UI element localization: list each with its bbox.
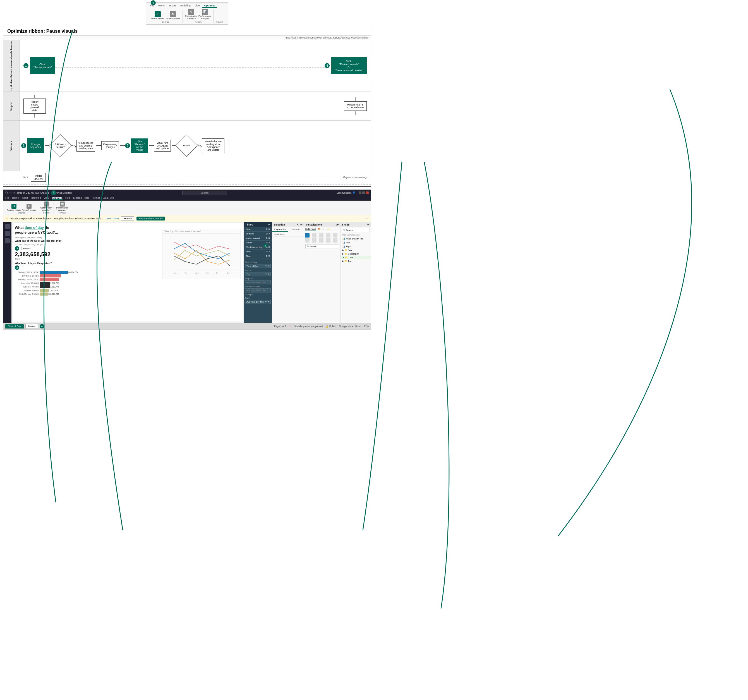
- pbi-menu-home[interactable]: Home: [12, 196, 19, 200]
- line-chart-area: What day of the week was the taxi trip?: [163, 229, 240, 279]
- ribbon-tab-view[interactable]: View: [193, 4, 202, 8]
- change-any-visual-box: Change:Any visual: [27, 138, 44, 153]
- data-view-icon[interactable]: [5, 231, 10, 236]
- page-tab-time-of-day[interactable]: Time of Day: [5, 324, 24, 329]
- filter-item-4[interactable]: Trends⚙ ✕: [244, 240, 272, 245]
- pbi-perf-analyzer-button[interactable]: 📊 Performanceanalyzer: [56, 201, 68, 212]
- optimization-presets-button[interactable]: ⚙ Optimizationpresets ▾: [185, 9, 197, 20]
- ribbon-tab-insert[interactable]: Insert: [168, 4, 178, 8]
- layer-order-tab[interactable]: Layer order: [272, 227, 288, 232]
- pbi-menu-file[interactable]: File: [5, 196, 9, 200]
- pbi-opt-presets-button[interactable]: ⚙ Optimizationpresets ▾: [41, 201, 52, 212]
- close-button[interactable]: [366, 192, 369, 194]
- canvas-refresh-button[interactable]: Refresh: [21, 247, 33, 250]
- pbi-menu-external[interactable]: External Tools: [73, 196, 89, 200]
- refresh-visuals-label: Visual updates: [166, 18, 180, 20]
- pbi-search-box[interactable]: Search: [182, 191, 227, 195]
- field-date[interactable]: ▶ 📁 Date: [341, 248, 371, 252]
- pbi-menu-data[interactable]: Data / Drill: [102, 196, 114, 200]
- ribbon-tab-modeling[interactable]: Modeling: [178, 4, 192, 8]
- filter-item-2[interactable]: Text box⚙ ✕: [244, 232, 272, 236]
- field-avg-fare[interactable]: 📊 Avg Fare per Trip: [341, 237, 371, 240]
- performance-analyzer-label: Performanceanalyzer: [198, 15, 211, 20]
- viz-icon-bar[interactable]: [305, 233, 310, 237]
- fields-expand-icon[interactable]: ≫: [367, 223, 369, 226]
- field-trips[interactable]: 📊 Trips: [341, 245, 371, 248]
- viz-icon-gauge[interactable]: [326, 238, 330, 242]
- notification-text: Visuals are paused. Some edits won't be …: [10, 217, 103, 220]
- viz-icon-scatter[interactable]: [326, 233, 330, 237]
- ribbon-group-queries: ⏸ Pause visuals ↻ Visual updates Queries: [149, 11, 183, 23]
- pause-visuals-button[interactable]: ⏸ Pause visuals: [151, 11, 164, 20]
- filter-expand-icon[interactable]: ≫: [268, 223, 270, 226]
- pbi-review-label: Review: [59, 212, 66, 214]
- refresh-button[interactable]: Refresh: [121, 216, 134, 221]
- viz-icon-table[interactable]: [305, 238, 310, 242]
- notification-icon: ⚠: [6, 217, 8, 220]
- pbi-menu-insert[interactable]: Insert: [22, 196, 28, 200]
- review-group-label: Review: [216, 21, 223, 23]
- viz-icon-matrix[interactable]: [312, 238, 316, 242]
- pbi-paused-visuals-button[interactable]: ⏸ Paused visuals: [7, 204, 21, 211]
- report-paused-box: Reportenterspausedstate: [23, 99, 46, 114]
- selection-tabs: Layer order Tab order: [272, 227, 304, 232]
- ribbon-group-report: ⚙ Optimizationpresets ▾ 📊 Performanceana…: [183, 9, 214, 23]
- zoom-level: 72%: [364, 325, 369, 328]
- report-row-label: Report: [3, 92, 20, 120]
- svg-text:Tue: Tue: [184, 272, 187, 274]
- viz-icon-kpi[interactable]: [333, 238, 338, 242]
- data-tab[interactable]: ≡: [322, 228, 325, 231]
- tab-order-tab[interactable]: Tab order: [288, 227, 304, 232]
- page-tab-matrix[interactable]: Matrix: [26, 324, 38, 329]
- pbi-menu-view[interactable]: View: [44, 196, 49, 200]
- build-visual-tab[interactable]: Build visual: [306, 228, 316, 231]
- canvas-step3-badge: 3: [15, 246, 19, 251]
- done-diamond: Done?: [177, 136, 196, 155]
- field-time[interactable]: ▼ 📁 Time: [341, 256, 371, 259]
- filter-item-6[interactable]: Slicer⚙ ✕: [244, 250, 272, 254]
- report-normal-box: Report returnsto normal state: [344, 101, 367, 111]
- learn-more-link[interactable]: Learn more: [106, 217, 119, 220]
- report-view-icon[interactable]: [5, 224, 10, 229]
- ribbon-tab-home[interactable]: Home: [157, 4, 167, 8]
- status-bar: Page 1 of 2 ⏸ Visuals queries are paused…: [274, 325, 369, 328]
- step2-badge: 2: [21, 143, 26, 148]
- viz-icon-card[interactable]: [319, 238, 324, 242]
- field-fare[interactable]: 📊 Fare: [341, 240, 371, 245]
- pbi-menu-optimize[interactable]: Optimize: [52, 196, 62, 200]
- pbi-menu-modeling[interactable]: Modeling: [31, 196, 41, 200]
- filter-item-7[interactable]: Slicer⚙ ✕: [244, 254, 272, 259]
- ribbon-tab-optimize[interactable]: Optimize: [202, 4, 217, 8]
- viz-icon-area[interactable]: [319, 233, 324, 237]
- filter-item-3[interactable]: Multi-row card⚙ ✕: [244, 236, 272, 240]
- viz-icon-line[interactable]: [312, 233, 316, 237]
- repeat-text: Repeat as necessary: [343, 176, 367, 179]
- add-page-button[interactable]: +: [40, 324, 44, 329]
- format-tab[interactable]: 🎨: [317, 228, 321, 231]
- fields-search[interactable]: 🔍 Search: [342, 228, 370, 232]
- selection-close-icon[interactable]: ✕ ≫: [297, 223, 302, 226]
- maximize-button[interactable]: [362, 192, 365, 194]
- filter-item-1[interactable]: Slicer⚙ ✕: [244, 227, 272, 232]
- viz-search-box[interactable]: 🔍 Search: [306, 244, 339, 248]
- notification-close-icon[interactable]: ✕: [366, 217, 368, 220]
- model-view-icon[interactable]: [5, 238, 10, 243]
- resume-visual-queries-button[interactable]: Resume visual queries: [137, 217, 165, 221]
- viz-expand-icon[interactable]: ≫: [336, 223, 339, 226]
- refresh-visuals-button[interactable]: ↻ Visual updates: [166, 11, 180, 20]
- canvas-step2-badge: 2: [15, 265, 19, 270]
- field-geography[interactable]: ▶ 📁 Geography: [341, 252, 371, 256]
- pbi-refresh-button[interactable]: ↻ Refresh visuals: [22, 204, 36, 211]
- pbi-menubar: File Home Insert Modeling View Optimize …: [3, 196, 371, 201]
- pbi-menu-help[interactable]: Help: [65, 196, 71, 200]
- visuals-row: Visuals 2 Change:Any visual DAX querynee…: [3, 120, 371, 171]
- report-row-content: Reportenterspausedstate Report returnsto…: [20, 92, 371, 120]
- minimize-button[interactable]: [359, 192, 362, 194]
- visualizations-panel: Visualizations ≫ Build visual 🎨 ≡ ✨: [304, 222, 340, 323]
- ai-tab[interactable]: ✨: [326, 228, 330, 231]
- viz-icon-pie[interactable]: [333, 233, 338, 237]
- field-trip[interactable]: ▶ 📁 Trip: [341, 259, 371, 263]
- performance-analyzer-button[interactable]: 📊 Performanceanalyzer: [198, 9, 211, 20]
- filter-item-5[interactable]: What time of day ... 3 ⚙ ✕: [244, 245, 272, 250]
- pbi-menu-format[interactable]: Format: [92, 196, 100, 200]
